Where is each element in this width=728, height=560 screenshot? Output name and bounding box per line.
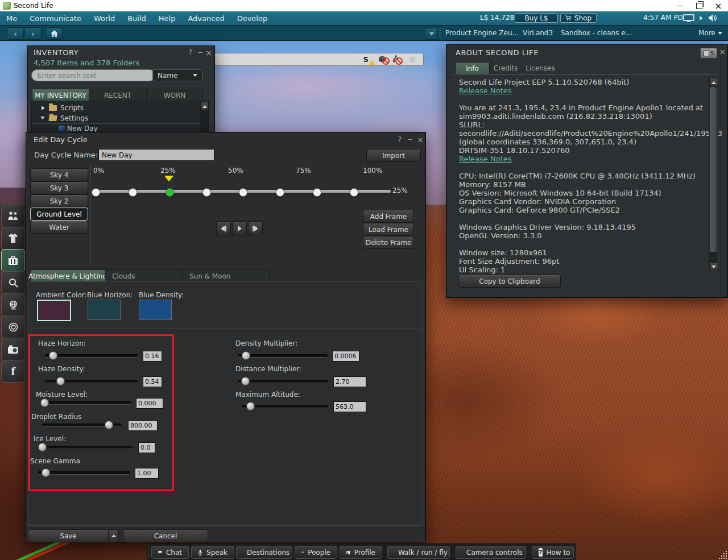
maximum-altitude-slider[interactable] [242,405,328,408]
slider-thumb[interactable] [241,377,250,385]
sidebar-snapshot-button[interactable] [1,338,25,360]
track-ground-level-button[interactable]: Ground Level [30,208,88,221]
blue-density-swatch[interactable] [139,300,172,320]
tab-licenses[interactable]: Licenses [523,62,558,74]
back-button[interactable]: ‹ [7,27,24,40]
profile-button[interactable]: Profile [340,546,382,559]
favorite-star-icon[interactable]: ☆ [409,55,416,65]
sidebar-search-button[interactable] [1,271,25,294]
maximum-altitude-value[interactable]: 563.0 [333,401,366,412]
sidebar-world-map-button[interactable] [1,293,25,316]
favorites-more-button[interactable]: More [698,29,722,37]
balance-label[interactable]: L$ 14,728 [480,14,514,22]
tab-my-inventory[interactable]: MY INVENTORY [32,89,89,101]
os-restore-button[interactable] [689,0,709,11]
track-sky4-button[interactable]: Sky 4 [30,168,88,181]
import-button[interactable]: Import [366,149,421,162]
media-play-icon[interactable] [700,16,703,20]
scrollbar-track[interactable] [709,86,717,262]
track-water-button[interactable]: Water [30,221,88,234]
sidebar-mini-map-button[interactable] [1,316,25,338]
how-to-button[interactable]: ? How to [532,546,574,559]
walk-run-fly-button[interactable]: Walk / run / fly [387,546,450,559]
blue-horizon-swatch[interactable] [88,300,121,320]
keyframe-dot[interactable] [202,188,211,197]
close-button[interactable]: × [416,135,424,144]
tab-sun-moon[interactable]: Sun & Moon [182,269,270,282]
menu-communicate[interactable]: Communicate [23,11,88,25]
menu-help[interactable]: Help [152,11,182,25]
shop-button[interactable]: Shop [560,13,597,23]
buy-currency-button[interactable]: Buy L$ [515,13,558,23]
inventory-search-input[interactable] [31,69,155,81]
release-notes-link[interactable]: Release Notes [459,155,511,163]
close-button[interactable]: × [205,48,213,57]
keyframe-dot[interactable] [92,188,100,197]
resize-grip[interactable] [719,550,727,559]
expand-arrow-icon[interactable] [42,106,45,110]
home-button[interactable] [46,27,63,40]
tearoff-button[interactable]: 5 [700,48,717,59]
tab-credits[interactable]: Credits [490,62,522,74]
toolbar-drag-handle[interactable] [148,546,150,558]
scrollbar-down-button[interactable] [709,262,718,271]
ambient-color-swatch[interactable] [37,300,71,321]
menu-me[interactable]: Me [0,11,23,25]
tree-item-settings[interactable]: Settings [60,114,88,122]
tab-recent[interactable]: RECENT [89,89,147,101]
favorite-landmark-3[interactable]: Sandbox - cleans e... [561,29,632,37]
step-forward-button[interactable] [248,221,263,235]
menu-advanced[interactable]: Advanced [181,11,230,25]
density-multiplier-value[interactable]: 0.0006 [332,351,359,362]
minimize-button[interactable]: − [196,48,204,56]
scrollbar-thumb[interactable] [710,87,717,252]
keyframe-dot[interactable] [350,188,358,197]
favorite-landmark-1[interactable]: Product Engine Zeu... [445,29,519,37]
collapse-arrow-icon[interactable] [40,117,45,119]
track-sky2-button[interactable]: Sky 2 [30,194,88,208]
tree-item-scripts[interactable]: Scripts [60,104,84,112]
os-minimize-button[interactable] [670,0,689,11]
save-button[interactable]: Save [28,529,109,542]
people-button[interactable]: People [295,546,337,559]
day-cycle-name-input[interactable] [98,149,214,161]
load-frame-button[interactable]: Load Frame [363,223,414,236]
screen-share-icon[interactable] [682,14,695,23]
sidebar-inventory-button[interactable] [1,249,25,272]
distance-multiplier-value[interactable]: 2.70 [333,376,366,387]
play-button[interactable] [232,221,247,235]
sidebar-outfits-button[interactable] [1,227,25,250]
scrollbar-track[interactable] [200,110,208,132]
copy-to-clipboard-button[interactable]: Copy to Clipboard [458,275,561,288]
close-button[interactable]: × [718,47,726,56]
speak-button[interactable]: Speak [191,546,234,559]
sort-dropdown[interactable]: Name [152,69,202,81]
keyframe-dot[interactable] [239,188,247,197]
help-button[interactable]: ? [396,135,404,143]
save-options-button[interactable] [108,529,119,542]
sidebar-facebook-button[interactable]: f [1,360,25,383]
density-multiplier-slider[interactable] [238,354,328,357]
tab-worn[interactable]: WORN [146,89,203,101]
delete-frame-button[interactable]: Delete Frame [363,236,414,249]
minimize-button[interactable]: − [406,135,414,143]
os-close-button[interactable]: × [709,0,728,11]
menu-build[interactable]: Build [121,11,152,25]
menu-world[interactable]: World [88,11,121,25]
camera-controls-button[interactable]: Camera controls [456,546,526,559]
track-sky3-button[interactable]: Sky 3 [30,181,88,194]
keyframe-dot-selected[interactable] [166,188,174,197]
forward-button[interactable]: › [24,27,42,40]
tab-clouds[interactable]: Clouds [105,269,189,282]
release-notes-link[interactable]: Release Notes [459,86,511,95]
keyframe-dot[interactable] [313,188,321,197]
favorite-landmark-2[interactable]: VirLand3 [523,29,553,37]
sidebar-people-button[interactable] [1,205,25,227]
keyframe-dot[interactable] [276,188,284,197]
keyframe-dot[interactable] [129,188,137,197]
chat-button[interactable]: Chat [151,546,189,559]
slider-thumb[interactable] [246,402,255,410]
help-button[interactable]: ? [187,48,195,56]
distance-multiplier-slider[interactable] [238,380,328,383]
step-back-button[interactable] [216,221,231,235]
